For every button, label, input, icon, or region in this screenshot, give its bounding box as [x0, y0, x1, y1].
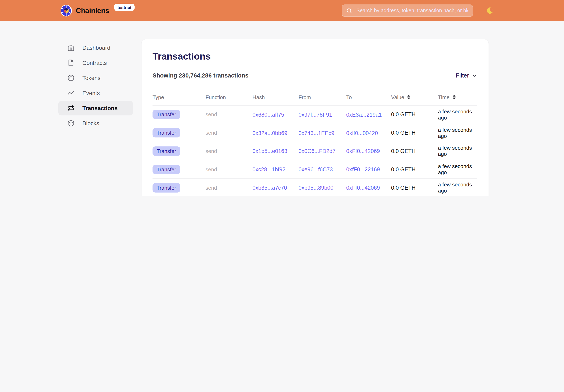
transactions-count-summary: Showing 230,764,286 transactions [152, 72, 248, 79]
tx-hash-link[interactable]: 0xb35...a7c70 [252, 185, 287, 191]
tx-to-link[interactable]: 0xE3a...219a1 [346, 112, 382, 118]
tx-type-badge: Transfer [152, 128, 180, 138]
search-icon [346, 8, 352, 14]
tx-type-badge: Transfer [152, 183, 180, 192]
column-header-value-sortable[interactable]: Value [391, 94, 438, 100]
column-header-function: Function [206, 94, 252, 100]
document-icon [67, 59, 75, 67]
testnet-badge: testnet [114, 4, 135, 11]
sidebar-item-dashboard[interactable]: Dashboard [58, 40, 133, 55]
tx-hash-link[interactable]: 0x680...aff75 [252, 112, 284, 118]
filter-button[interactable]: Filter [456, 72, 477, 79]
tx-to-link[interactable]: 0xFf0...42069 [346, 185, 380, 191]
sidebar-item-label: Contracts [82, 59, 107, 66]
cube-icon [67, 120, 75, 127]
brand-name: Chainlens [76, 6, 109, 15]
column-header-from: From [299, 94, 346, 100]
tx-value: 0.0 GETH [391, 148, 438, 154]
tx-value: 0.0 GETH [391, 112, 438, 118]
home-icon [67, 44, 75, 51]
sort-icon [453, 95, 456, 99]
tx-function: send [206, 112, 252, 118]
tx-value: 0.0 GETH [391, 167, 438, 173]
sidebar-item-label: Blocks [82, 120, 99, 126]
tx-time: a few seconds ago [438, 163, 477, 176]
sidebar-item-transactions[interactable]: Transactions [58, 101, 133, 115]
tx-from-link[interactable]: 0xb95...89b00 [299, 185, 333, 191]
sidebar-item-label: Tokens [82, 75, 100, 81]
sidebar-item-label: Events [82, 90, 100, 96]
tx-type-badge: Transfer [152, 165, 180, 174]
tx-function: send [206, 148, 252, 154]
search-input[interactable] [356, 7, 468, 14]
page-title: Transactions [152, 50, 477, 62]
tx-hash-link[interactable]: 0x1b5...e0163 [252, 148, 287, 154]
column-header-to: To [346, 94, 391, 100]
sidebar-item-events[interactable]: Events [58, 86, 133, 100]
chainlens-logo-icon [60, 4, 72, 17]
tx-from-link[interactable]: 0x0C6...FD2d7 [299, 148, 336, 154]
tx-function: send [206, 167, 252, 173]
tx-hash-link[interactable]: 0x32a...0bb69 [252, 130, 287, 136]
transactions-card: Transactions Showing 230,764,286 transac… [141, 39, 489, 196]
table-row: Transfer send 0x32a...0bb69 0x743...1EEc… [152, 124, 477, 142]
tx-time: a few seconds ago [438, 127, 477, 139]
tx-function: send [206, 130, 252, 136]
tx-from-link[interactable]: 0xe96...f6C73 [299, 167, 333, 173]
column-header-time-sortable[interactable]: Time [438, 94, 477, 100]
tx-time: a few seconds ago [438, 145, 477, 157]
sidebar-item-label: Transactions [82, 105, 118, 111]
sidebar-item-label: Dashboard [82, 44, 110, 51]
tx-time: a few seconds ago [438, 109, 477, 121]
token-icon [67, 74, 75, 82]
sidebar-nav: Dashboard Contracts Tokens [58, 40, 133, 130]
filter-label: Filter [456, 72, 469, 79]
sidebar-item-tokens[interactable]: Tokens [58, 70, 133, 85]
moon-icon[interactable] [486, 7, 494, 15]
tx-from-link[interactable]: 0x743...1EEc9 [299, 130, 334, 136]
table-row: Transfer send 0xc28...1bf92 0xe96...f6C7… [152, 161, 477, 179]
chainlens-explorer: Chainlens testnet [0, 0, 564, 196]
sidebar-item-blocks[interactable]: Blocks [58, 116, 133, 130]
table-header-row: Type Function Hash From To Value Time [152, 89, 477, 106]
table-row: Transfer send 0xb35...a7c70 0xb95...89b0… [152, 179, 477, 196]
tx-to-link[interactable]: 0xff0...00420 [346, 130, 378, 136]
table-row: Transfer send 0x680...aff75 0x97f...78F9… [152, 106, 477, 124]
trend-icon [67, 89, 75, 97]
column-header-hash: Hash [252, 94, 299, 100]
tx-time: a few seconds ago [438, 182, 477, 194]
tx-value: 0.0 GETH [391, 184, 438, 191]
top-header-bar: Chainlens testnet [0, 0, 564, 21]
sort-icon [407, 95, 411, 99]
sidebar-item-contracts[interactable]: Contracts [58, 56, 133, 70]
tx-type-badge: Transfer [152, 110, 180, 119]
tx-from-link[interactable]: 0x97f...78F91 [299, 112, 332, 118]
tx-to-link[interactable]: 0xFf0...42069 [346, 148, 380, 154]
tx-value: 0.0 GETH [391, 130, 438, 136]
tx-hash-link[interactable]: 0xc28...1bf92 [252, 167, 286, 173]
global-search[interactable] [342, 4, 473, 17]
chevron-down-icon [472, 73, 477, 78]
tx-to-link[interactable]: 0xfF0...22169 [346, 167, 380, 173]
tx-function: send [206, 184, 252, 191]
tx-type-badge: Transfer [152, 146, 180, 156]
column-header-type: Type [152, 94, 206, 100]
brand-logo-home-link[interactable]: Chainlens [60, 4, 109, 17]
repeat-icon [67, 104, 75, 112]
table-row: Transfer send 0x1b5...e0163 0x0C6...FD2d… [152, 142, 477, 161]
